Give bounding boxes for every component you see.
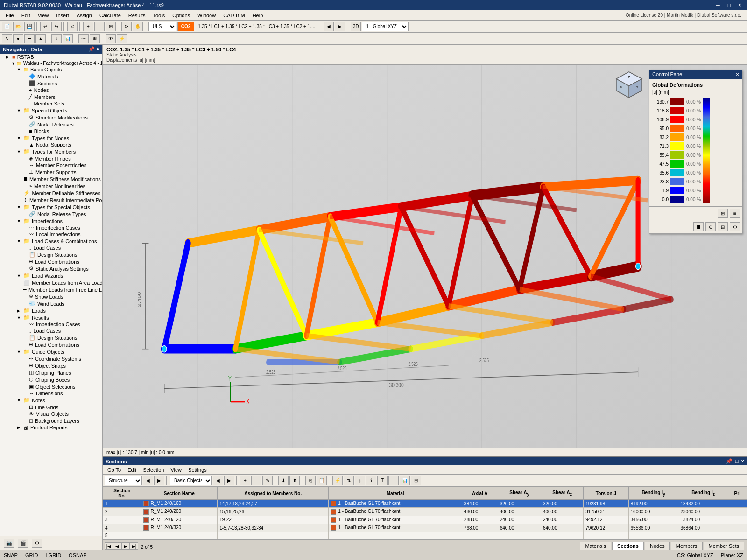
- export-btn[interactable]: ⬆: [289, 476, 300, 485]
- tree-item-member-supports[interactable]: ⊥Member Supports: [0, 168, 102, 175]
- paste-btn[interactable]: 📋: [317, 476, 327, 485]
- window-controls[interactable]: ─ □ ×: [714, 2, 743, 8]
- table-row[interactable]: 4 R_M1 240/320 1-5,7-13,28-30,32-34 1 - …: [103, 524, 747, 532]
- menu-help[interactable]: Help: [249, 12, 267, 19]
- menu-edit[interactable]: Edit: [18, 12, 34, 19]
- table-row[interactable]: 2 R_M1 240/200 15,16,25,26 1 - BauBuche …: [103, 508, 747, 516]
- maximize-btn[interactable]: □: [726, 2, 733, 8]
- select-btn[interactable]: ↖: [2, 34, 12, 43]
- tree-item-loads[interactable]: ▶📁Loads: [0, 307, 102, 314]
- basic-objects-dropdown[interactable]: Basic Objects: [170, 476, 212, 485]
- tree-item-rstab[interactable]: ▶■RSTAB: [0, 54, 102, 60]
- edit-section-btn[interactable]: ✎: [262, 476, 273, 485]
- prev-page-btn[interactable]: ◀: [113, 542, 121, 550]
- stress-btn[interactable]: ≋: [90, 34, 100, 43]
- support-btn[interactable]: ▲: [35, 34, 46, 43]
- save-btn[interactable]: 💾: [24, 22, 35, 31]
- sections-menu-view[interactable]: View: [168, 467, 184, 473]
- tree-item-imperfection-cases[interactable]: 〰Imperfection Cases: [0, 224, 102, 231]
- tree-item-nodal-supports[interactable]: ▲Nodal Supports: [0, 141, 102, 148]
- zoom-in-btn[interactable]: +: [83, 22, 93, 31]
- tree-item-local-imperfections[interactable]: 〰Local Imperfections: [0, 231, 102, 238]
- tree-item-imperfections[interactable]: ▼📁Imperfections: [0, 217, 102, 224]
- cp-grid-btn[interactable]: ⊞: [718, 209, 728, 218]
- new-section-btn[interactable]: +: [240, 476, 250, 485]
- close-btn[interactable]: ×: [736, 2, 743, 8]
- cp-btn1[interactable]: ≣: [693, 222, 704, 231]
- pan-btn[interactable]: ✋: [133, 22, 143, 31]
- tree-item-clipping-boxes[interactable]: ⬡Clipping Boxes: [0, 376, 102, 383]
- tree-item-member-stiffness[interactable]: ≣Member Stiffness Modifications: [0, 175, 102, 182]
- next-result-btn[interactable]: ▶: [335, 22, 345, 31]
- tree-item-design-situations[interactable]: 📋Design Situations: [0, 251, 102, 258]
- tab-member-sets[interactable]: Member Sets: [704, 542, 744, 550]
- tree-item-object-snaps[interactable]: ⊕Object Snaps: [0, 362, 102, 369]
- tree-item-snow-loads[interactable]: ❄Snow Loads: [0, 293, 102, 300]
- next-obj-btn[interactable]: ▶: [224, 476, 234, 485]
- tree-item-load-cases[interactable]: ↓Load Cases: [0, 245, 102, 251]
- tree-item-types-special[interactable]: ▼📁Types for Special Objects: [0, 203, 102, 210]
- tree-item-structure-modifications[interactable]: ⚙Structure Modifications: [0, 114, 102, 121]
- tree-item-types-members[interactable]: ▼📁Types for Members: [0, 148, 102, 155]
- menu-tools[interactable]: Tools: [149, 12, 169, 19]
- sections-calc-btn[interactable]: ∑: [355, 476, 365, 485]
- tree-item-member-eccentricities[interactable]: ↔Member Eccentricities: [0, 162, 102, 168]
- sections-more-btn[interactable]: ⊞: [411, 476, 421, 485]
- table-row[interactable]: 5: [103, 532, 747, 539]
- filter-btn[interactable]: ⚡: [117, 34, 127, 43]
- sections-view-btn[interactable]: 📊: [400, 476, 410, 485]
- result-btn[interactable]: 📊: [63, 34, 73, 43]
- menu-assign[interactable]: Assign: [73, 12, 96, 19]
- tree-item-member-result-pts[interactable]: ⊹Member Result Intermediate Points: [0, 196, 102, 203]
- table-row[interactable]: 3 R_M1 240/120 19-22 1 - BauBuche GL 70 …: [103, 516, 747, 524]
- tree-item-result-imperfection-cases[interactable]: 〰Imperfection Cases: [0, 321, 102, 328]
- sections-header-controls[interactable]: 📌 □ ×: [726, 458, 744, 464]
- tree-item-nodal-releases[interactable]: 🔗Nodal Releases: [0, 121, 102, 128]
- sections-close-btn[interactable]: ×: [741, 458, 744, 464]
- deform-btn[interactable]: 〜: [78, 34, 89, 43]
- tree-item-project[interactable]: ▼📁Waldau - Fachwerktraeger Achse 4 - 11.…: [0, 60, 102, 66]
- tree-item-printout-reports[interactable]: ▶🖨Printout Reports: [0, 424, 102, 431]
- last-page-btn[interactable]: ▶|: [130, 542, 138, 550]
- tree-item-line-load[interactable]: ━Member Loads from Free Line Load: [0, 286, 102, 293]
- print-btn[interactable]: 🖨: [67, 22, 78, 31]
- tree-item-blocks[interactable]: ■Blocks: [0, 128, 102, 134]
- menu-calculate[interactable]: Calculate: [96, 12, 125, 19]
- tab-members[interactable]: Members: [671, 542, 703, 550]
- tree-item-load-cases-combinations[interactable]: ▼📁Load Cases & Combinations: [0, 238, 102, 245]
- tree-item-materials[interactable]: 🔷Materials: [0, 73, 102, 80]
- tree-item-member-nonlinearities[interactable]: ⌁Member Nonlinearities: [0, 182, 102, 189]
- tree-item-types-nodes[interactable]: ▼📁Types for Nodes: [0, 134, 102, 141]
- tree-item-background-layers[interactable]: ◻Background Layers: [0, 417, 102, 424]
- tree-item-members[interactable]: ╱Members: [0, 93, 102, 100]
- tree-item-member-sets[interactable]: ≡Member Sets: [0, 100, 102, 107]
- table-row[interactable]: 1 R_M1 240/160 14,17,18,23,24,27 1 - Bau…: [103, 500, 747, 508]
- zoom-all-btn[interactable]: ⊞: [106, 22, 116, 31]
- menu-file[interactable]: File: [2, 12, 18, 19]
- import-btn[interactable]: ⬇: [278, 476, 289, 485]
- tree-item-result-load-combinations[interactable]: ⊕Load Combinations: [0, 341, 102, 348]
- tree-item-guide-objects[interactable]: ▼📁Guide Objects: [0, 348, 102, 355]
- nav-camera-btn[interactable]: 📷: [4, 539, 14, 548]
- tree-item-dimensions[interactable]: ↔Dimensions: [0, 390, 102, 397]
- tab-sections[interactable]: Sections: [612, 542, 644, 550]
- tree-item-static-analysis-settings[interactable]: ⚙Static Analysis Settings: [0, 265, 102, 272]
- cp-close-btn[interactable]: ×: [736, 71, 739, 78]
- tree-item-object-selections[interactable]: ▣Object Selections: [0, 383, 102, 390]
- co2-btn[interactable]: CO2: [177, 22, 194, 31]
- tree-item-clipping-planes[interactable]: ◫Clipping Planes: [0, 369, 102, 376]
- minimize-btn[interactable]: ─: [714, 2, 722, 8]
- sections-info-btn[interactable]: ℹ: [366, 476, 376, 485]
- 3d-view-btn[interactable]: 3D: [351, 22, 361, 31]
- tab-materials[interactable]: Materials: [580, 542, 611, 550]
- menu-window[interactable]: Window: [194, 12, 219, 19]
- undo-btn[interactable]: ↩: [40, 22, 50, 31]
- tree-item-load-combinations[interactable]: ⊕Load Combinations: [0, 258, 102, 265]
- open-btn[interactable]: 📂: [13, 22, 23, 31]
- node-btn[interactable]: ●: [13, 34, 23, 43]
- tree-item-line-grids[interactable]: ⊞Line Grids: [0, 404, 102, 411]
- menu-options[interactable]: Options: [169, 12, 194, 19]
- nav-settings-nav-btn[interactable]: ⚙: [32, 539, 42, 548]
- menu-results[interactable]: Results: [125, 12, 149, 19]
- tree-item-sections[interactable]: ⬛Sections: [0, 80, 102, 87]
